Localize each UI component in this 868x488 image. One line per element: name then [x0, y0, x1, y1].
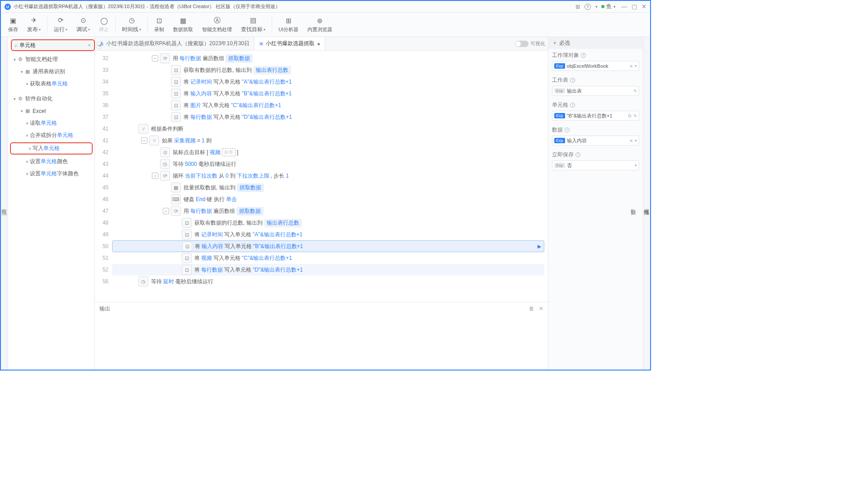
publish-button[interactable]: ✈发布▾ [23, 14, 45, 36]
code-line[interactable]: ⊡将 视频 写入单元格 "C"&输出表行总数+1 [112, 252, 544, 264]
run-button[interactable]: ⟳运行▾ [49, 14, 72, 36]
stop-icon: ◯ [100, 17, 108, 25]
clear-search-icon[interactable]: ✕ [87, 42, 91, 48]
chevron-down-icon: ▾ [613, 5, 616, 9]
action-icon: ⊡ [182, 230, 192, 239]
search-input[interactable] [19, 42, 87, 48]
code-line[interactable]: ⊡将 每行数据 写入单元格 "D"&输出表行总数+1 [112, 264, 544, 276]
record-button[interactable]: ⊡录制 [150, 14, 169, 36]
code-line[interactable]: −⟳用 每行数据 遍历数组 抓取数据 [112, 205, 544, 217]
apps-grid-icon[interactable]: ⊞ [576, 4, 580, 10]
tree-group-excel[interactable]: ▾▦Excel [8, 105, 94, 117]
tree-item-set-color[interactable]: 设置单元格颜色 [8, 155, 94, 168]
fold-icon[interactable]: − [152, 55, 158, 61]
expand-panel-icon[interactable]: ⇥ [97, 42, 101, 49]
output-panel: 输出 🗑 ✕ [95, 302, 548, 370]
foreach-icon: ⟳ [171, 206, 181, 216]
code-line[interactable]: ◷等待 5000 毫秒后继续运行 [112, 158, 544, 170]
stop-button[interactable]: ◯停止 [94, 14, 113, 36]
help-icon[interactable]: ? [570, 78, 575, 83]
fx-icon[interactable]: fx [628, 113, 632, 118]
find-targets-button[interactable]: ▤查找目标▾ [236, 14, 270, 36]
fold-icon[interactable]: − [163, 208, 169, 214]
code-line[interactable]: ⊡获取有数据的行总数, 输出到 输出表行总数 [112, 217, 544, 229]
help-icon[interactable]: ? [570, 103, 575, 108]
maximize-button[interactable]: ▢ [632, 3, 637, 10]
target-icon: ▤ [250, 16, 256, 24]
chevron-down-icon[interactable]: ▾ [635, 64, 637, 68]
run-line-icon[interactable]: ▶ [538, 244, 541, 249]
status-dot-icon [601, 5, 604, 8]
sheet-field[interactable]: Exp输出表✎ [552, 86, 639, 96]
debug-button[interactable]: ⊙调试▾ [72, 14, 94, 36]
data-field[interactable]: Exp输入内容✕▾ [552, 136, 639, 145]
edit-icon[interactable]: ✎ [633, 89, 637, 94]
clock-icon: ◷ [129, 16, 135, 24]
cell-field[interactable]: Exp"B"&输出表行总数+1fx✎ [552, 111, 639, 121]
close-output-icon[interactable]: ✕ [539, 305, 543, 312]
save-icon: ▣ [10, 17, 16, 25]
smart-doc-button[interactable]: Ⓐ智能文档处理 [198, 14, 236, 36]
builtin-browser-button[interactable]: ⊛内置浏览器 [303, 14, 337, 36]
clear-icon[interactable]: ✕ [629, 138, 633, 143]
code-line[interactable]: ⊡将 输入内容 写入单元格 "B"&输出表行总数+1 [112, 88, 544, 99]
command-sidebar: ⌕ ✕ ⇥ ▾⚙智能文档处理 ▾▦通用表格识别 获取表格单元格 ▾⚙软件自动化 … [8, 37, 95, 370]
search-icon: ⌕ [14, 42, 18, 48]
code-line[interactable]: ⊡获取有数据的行总数, 输出到 输出表行总数 [112, 64, 544, 76]
click-icon: ⊙ [160, 147, 170, 157]
code-line[interactable]: −⟳循环 当前下拉次数 从 0 到 下拉次数上限, 步长 1 [112, 170, 544, 182]
code-line[interactable]: ▦批量抓取数据, 输出到 抓取数据 [112, 182, 544, 193]
tree-group-table-recog[interactable]: ▾▦通用表格识别 [8, 66, 94, 78]
help-dropdown-icon[interactable]: ▾ [595, 5, 598, 9]
action-icon: ⊡ [171, 100, 181, 110]
visual-toggle[interactable]: 可视化 [515, 37, 545, 50]
code-line[interactable]: −⟳用 每行数据 遍历数组 抓取数据 [112, 52, 544, 64]
fold-icon[interactable]: − [141, 137, 147, 144]
code-line[interactable]: ⊡将 图片 写入单元格 "C"&输出表行总数+1 [112, 99, 544, 111]
help-icon[interactable]: ? [581, 53, 586, 58]
tree-item-merge-split[interactable]: 合并或拆分单元格 [8, 129, 94, 141]
tree-item-set-font[interactable]: 设置单元格字体颜色 [8, 168, 94, 180]
tree-item-read-cell[interactable]: 读取单元格 [8, 117, 94, 129]
code-line[interactable]: ⊡将 记录时间 写入单元格 "A"&输出表行总数+1 [112, 76, 544, 88]
help-icon[interactable]: ? [585, 4, 591, 10]
code-line[interactable]: ⌨键盘 End 键 执行 单击 [112, 193, 544, 205]
user-menu[interactable]: 鱼 ▾ [601, 3, 616, 10]
properties-section-header[interactable]: ▾必选 [548, 37, 643, 49]
close-button[interactable]: ✕ [642, 3, 646, 10]
code-line[interactable]: ⊙鼠标点击目标 [ 视频 标签 ] [112, 146, 544, 158]
chevron-down-icon[interactable]: ▾ [635, 163, 637, 168]
tree-group-smartdoc[interactable]: ▾⚙智能文档处理 [8, 53, 94, 66]
trash-icon[interactable]: 🗑 [529, 305, 534, 312]
send-icon: ✈ [31, 16, 37, 24]
edit-icon[interactable]: ✎ [633, 113, 637, 118]
editor-tab-1[interactable]: ⋔小红书爆款选题抓取RPA机器人（搜索版）2023年10月30日 [95, 37, 255, 50]
save-button[interactable]: ▣保存 [4, 14, 23, 36]
code-line-selected[interactable]: ⊡将 输入内容 写入单元格 "B"&输出表行总数+1▶ [112, 240, 544, 252]
help-icon[interactable]: ? [565, 127, 570, 132]
editor-tab-2[interactable]: ≋小红书爆款选题抓取● [255, 37, 325, 50]
code-line[interactable]: ⑂根据条件判断 [112, 123, 544, 135]
tree-item-write-cell[interactable]: 写入单元格 [10, 142, 93, 155]
data-scrape-button[interactable]: ▦数据抓取 [169, 14, 198, 36]
tree-item-get-table[interactable]: 获取表格单元格 [8, 78, 94, 90]
code-line[interactable]: −⑂如果 采集视频 = 1 则 [112, 135, 544, 146]
help-icon[interactable]: ? [576, 152, 580, 157]
code-line[interactable]: ⊡将 每行数据 写入单元格 "D"&输出表行总数+1 [112, 111, 544, 123]
keyboard-icon: ⌨ [171, 194, 181, 204]
field-label: 立即保存 [552, 151, 574, 159]
code-editor[interactable]: 3233343536374141424344454647484950515256… [95, 51, 548, 302]
code-line[interactable]: ⊡将 记录时间 写入单元格 "A"&输出表行总数+1 [112, 229, 544, 240]
search-input-wrap[interactable]: ⌕ ✕ [11, 39, 95, 51]
save-now-field[interactable]: Exp否▾ [552, 160, 639, 170]
code-line[interactable]: ◷等待 延时 毫秒后继续运行 [112, 276, 544, 287]
clear-icon[interactable]: ✕ [629, 64, 633, 69]
ui-analyzer-button[interactable]: ⊞UI分析器 [274, 14, 303, 36]
timeline-button[interactable]: ◷时间线▾ [118, 14, 146, 36]
workbook-field[interactable]: ExpobjExcelWorkBook✕▾ [552, 61, 639, 71]
output-label: 输出 [99, 305, 110, 313]
fold-icon[interactable]: − [152, 173, 158, 179]
tree-group-softauto[interactable]: ▾⚙软件自动化 [8, 93, 94, 105]
chevron-down-icon[interactable]: ▾ [635, 138, 637, 143]
minimize-button[interactable]: — [621, 3, 627, 10]
